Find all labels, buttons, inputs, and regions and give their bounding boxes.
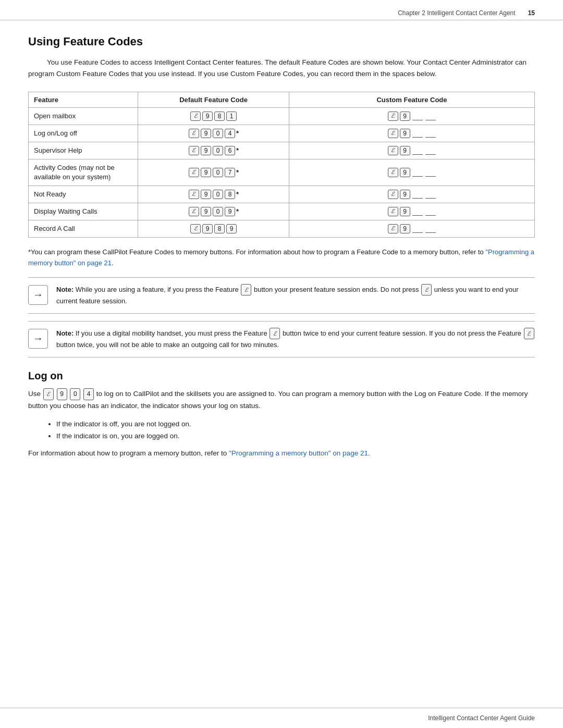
logon-key-feature: ℰ — [43, 388, 54, 400]
note2-feature-key2: ℰ — [524, 328, 534, 339]
custom-nine-btn: 9 — [400, 207, 410, 216]
key-btn-4-2: 0 — [213, 190, 223, 199]
header-right: Chapter 2 Intelligent Contact Center Age… — [398, 9, 535, 17]
key-btn-0-2: 8 — [214, 112, 225, 121]
custom-underscore-2 — [425, 168, 436, 177]
key-btn-2-1: 9 — [201, 146, 211, 155]
log-on-body-text: to log on to CallPilot and the skillsets… — [28, 390, 528, 410]
key-btn-4-1: 9 — [201, 190, 211, 199]
log-on-bullets: If the indicator is off, you are not log… — [56, 418, 535, 442]
custom-underscore-1 — [412, 129, 423, 138]
table-row: Display Waiting Callsℰ909 *ℰ9 — [29, 203, 535, 220]
custom-underscore-2 — [425, 112, 436, 120]
note2-feature-key1: ℰ — [270, 328, 280, 339]
key-btn-1-0: ℰ — [189, 129, 199, 138]
custom-feature-btn: ℰ — [388, 146, 398, 155]
note-text-1b: button your present feature session ends… — [254, 286, 421, 293]
note-text-1: While you are using a feature, if you pr… — [76, 286, 241, 293]
log-on-footer: For information about how to program a m… — [28, 448, 535, 459]
custom-code-cell: ℰ9 — [289, 220, 535, 237]
table-row: Record A Callℰ989ℰ9 — [29, 220, 535, 237]
log-on-use: Use — [28, 390, 43, 398]
custom-nine-btn: 9 — [400, 112, 410, 121]
note-arrow-1: → — [28, 285, 48, 305]
col-custom: Custom Feature Code — [289, 92, 535, 107]
feature-cell: Log on/Log off — [29, 125, 138, 142]
log-on-footer-text: For information about how to program a m… — [28, 449, 229, 457]
note-label-2: Note: — [56, 329, 74, 337]
key-btn-5-1: 9 — [201, 207, 211, 216]
custom-key-sequence: ℰ9 — [387, 190, 437, 199]
table-row: Log on/Log offℰ904 *ℰ9 — [29, 125, 535, 142]
table-row: Open mailboxℰ981ℰ9 — [29, 107, 535, 125]
key-sequence: ℰ909 * — [188, 207, 239, 216]
col-default: Default Feature Code — [138, 92, 289, 107]
custom-feature-btn: ℰ — [388, 224, 398, 233]
key-sequence: ℰ981 — [190, 112, 237, 121]
custom-underscore-1 — [412, 146, 423, 155]
key-btn-6-3: 9 — [226, 224, 237, 233]
table-row: Activity Codes (may not be available on … — [29, 159, 535, 186]
custom-key-sequence: ℰ9 — [387, 207, 437, 216]
note-arrow-2: → — [28, 329, 48, 349]
log-on-body: Use ℰ 9 0 4 to log on to CallPilot and t… — [28, 388, 535, 412]
custom-underscore-1 — [412, 225, 423, 233]
custom-code-cell: ℰ9 — [289, 159, 535, 186]
key-btn-0-0: ℰ — [190, 112, 201, 121]
custom-nine-btn: 9 — [400, 129, 410, 138]
custom-code-cell: ℰ9 — [289, 203, 535, 220]
key-btn-1-1: 9 — [201, 129, 211, 138]
key-btn-3-2: 0 — [213, 168, 223, 177]
custom-feature-btn: ℰ — [388, 129, 398, 138]
key-btn-6-1: 9 — [202, 224, 213, 233]
page-header: Chapter 2 Intelligent Contact Center Age… — [0, 0, 563, 20]
default-code-cell: ℰ981 — [138, 107, 289, 125]
custom-key-sequence: ℰ9 — [387, 146, 437, 155]
note-box-2: → Note: If you use a digital mobility ha… — [28, 321, 535, 357]
custom-key-sequence: ℰ9 — [387, 168, 437, 177]
note-label-1: Note: — [56, 286, 74, 293]
custom-underscore-1 — [412, 207, 423, 216]
custom-key-sequence: ℰ9 — [387, 112, 437, 121]
key-btn-1-2: 0 — [213, 129, 223, 138]
custom-underscore-1 — [412, 168, 423, 177]
key-btn-2-2: 0 — [213, 146, 223, 155]
note1-feature-key: ℰ — [241, 284, 251, 295]
key-sequence: ℰ906 * — [188, 146, 239, 155]
custom-underscore-2 — [425, 207, 436, 216]
note-box-1: → Note: While you are using a feature, i… — [28, 277, 535, 314]
feature-cell: Open mailbox — [29, 107, 138, 125]
key-sequence: ℰ989 — [190, 224, 237, 233]
suffix-star: * — [236, 129, 239, 137]
key-btn-0-3: 1 — [226, 112, 237, 121]
page-number: 15 — [528, 9, 535, 17]
intro-paragraph: You use Feature Codes to access Intellig… — [28, 57, 535, 80]
key-btn-5-2: 0 — [213, 207, 223, 216]
default-code-cell: ℰ908 * — [138, 186, 289, 203]
custom-underscore-1 — [412, 112, 423, 120]
custom-code-cell: ℰ9 — [289, 186, 535, 203]
key-btn-3-0: ℰ — [189, 168, 199, 177]
custom-nine-btn: 9 — [400, 190, 410, 199]
custom-underscore-2 — [425, 190, 436, 199]
note-text-2a: If you use a digital mobility handset, y… — [76, 329, 269, 337]
note-content-1: Note: While you are using a feature, if … — [56, 284, 535, 307]
key-btn-3-3: 7 — [225, 168, 235, 177]
custom-code-cell: ℰ9 — [289, 125, 535, 142]
log-on-footer-link[interactable]: "Programming a memory button" on page 21 — [229, 449, 368, 457]
custom-key-sequence: ℰ9 — [387, 224, 437, 233]
key-sequence: ℰ907 * — [188, 168, 239, 177]
key-btn-3-1: 9 — [201, 168, 211, 177]
key-btn-1-3: 4 — [225, 129, 235, 138]
col-feature: Feature — [29, 92, 138, 107]
key-btn-5-3: 9 — [225, 207, 235, 216]
default-code-cell: ℰ989 — [138, 220, 289, 237]
table-body: Open mailboxℰ981ℰ9 Log on/Log offℰ904 *ℰ… — [29, 107, 535, 237]
logon-key-0: 0 — [70, 388, 80, 401]
key-btn-4-3: 8 — [225, 190, 235, 199]
bullet-2: If the indicator is on, you are logged o… — [56, 430, 535, 442]
default-code-cell: ℰ904 * — [138, 125, 289, 142]
suffix-star: * — [236, 207, 239, 215]
feature-cell: Activity Codes (may not be available on … — [29, 159, 138, 186]
custom-code-cell: ℰ9 — [289, 142, 535, 159]
